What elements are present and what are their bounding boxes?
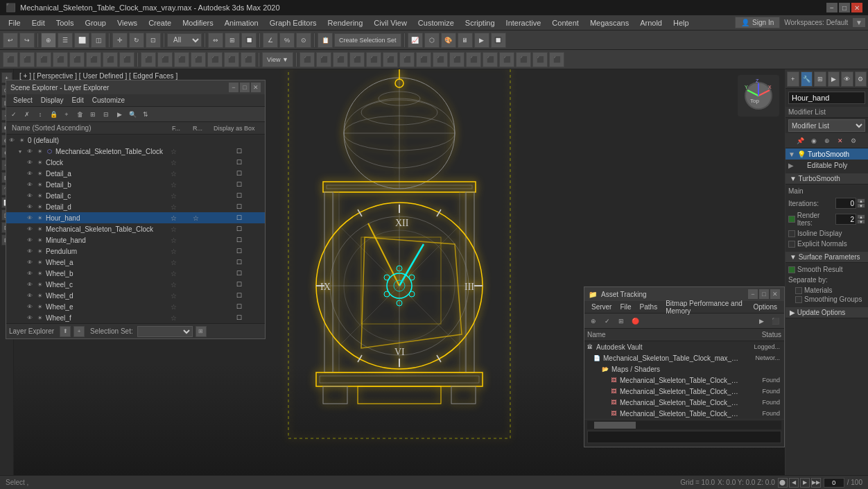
- mirror-button[interactable]: ⇔: [208, 33, 223, 48]
- tb2-btn-17[interactable]: ⬛: [316, 52, 331, 67]
- se-minimize-button[interactable]: −: [229, 83, 238, 92]
- render-iters-checkbox[interactable]: [788, 216, 795, 223]
- material-editor-button[interactable]: 🎨: [441, 33, 456, 48]
- at-tb-btn3[interactable]: ⊞: [615, 315, 627, 327]
- update-options-section[interactable]: ▶ Update Options: [785, 307, 868, 318]
- render-iters-spinner[interactable]: ▲ ▼: [835, 214, 865, 225]
- make-unique-button[interactable]: ⊕: [821, 135, 833, 147]
- redo-button[interactable]: ↪: [19, 33, 35, 48]
- render-iters-input[interactable]: [835, 214, 856, 225]
- configure-button[interactable]: ⚙: [847, 135, 860, 147]
- tb2-btn-1[interactable]: ⬛: [3, 52, 18, 67]
- se-row-mstc-child[interactable]: 👁 ☀ Mechanical_Skeleton_Table_Clock ☆☐: [6, 223, 265, 234]
- tb2-btn-15[interactable]: ⬛: [241, 52, 256, 67]
- tb2-btn-28[interactable]: ⬛: [499, 52, 514, 67]
- tb2-btn-27[interactable]: ⬛: [483, 52, 498, 67]
- tb2-btn-18[interactable]: ⬛: [333, 52, 348, 67]
- percent-snap-button[interactable]: %: [279, 33, 295, 48]
- tb2-btn-8[interactable]: ⬛: [119, 52, 134, 67]
- se-row-detail-a[interactable]: 👁 ☀ Detail_a ☆ ☐: [6, 168, 265, 179]
- se-search-button[interactable]: 🔍: [126, 108, 139, 121]
- menu-civil-view[interactable]: Civil View: [368, 17, 412, 28]
- active-view-button[interactable]: 🔲: [491, 33, 506, 48]
- at-tb-btn5[interactable]: ▶: [755, 315, 767, 327]
- modifier-item-editable-poly[interactable]: ▶ Editable Poly: [785, 160, 868, 171]
- menu-edit[interactable]: Edit: [26, 17, 51, 28]
- tb2-btn-31[interactable]: ⬛: [549, 52, 564, 67]
- se-invert-button[interactable]: ↕: [34, 108, 46, 121]
- se-lock-button[interactable]: 🔒: [47, 108, 60, 121]
- select-move-button[interactable]: ✛: [112, 33, 128, 48]
- at-menu-file[interactable]: File: [616, 302, 635, 311]
- tb2-btn-10[interactable]: ⬛: [157, 52, 173, 67]
- tb2-btn-5[interactable]: ⬛: [69, 52, 85, 67]
- anim-key-button[interactable]: ⬤: [778, 478, 788, 488]
- le-footer-btn3[interactable]: ⊞: [196, 326, 207, 337]
- se-menu-customize[interactable]: Customize: [88, 96, 129, 105]
- le-footer-btn2[interactable]: +: [73, 326, 85, 337]
- tb2-btn-26[interactable]: ⬛: [466, 52, 481, 67]
- menu-file[interactable]: File: [3, 17, 26, 28]
- menu-group[interactable]: Group: [79, 17, 112, 28]
- se-row-wheel-d[interactable]: 👁☀ Wheel_d ☆☐: [6, 290, 265, 301]
- menu-scripting[interactable]: Scripting: [460, 17, 501, 28]
- se-restore-button[interactable]: □: [240, 83, 250, 92]
- tb2-btn-25[interactable]: ⬛: [449, 52, 465, 67]
- se-row-wheel-f[interactable]: 👁☀ Wheel_f ☆☐: [6, 312, 265, 323]
- se-menu-display[interactable]: Display: [37, 96, 68, 105]
- menu-tools[interactable]: Tools: [51, 17, 80, 28]
- turbosmooth-rollout-header[interactable]: ▼ TurboSmooth: [785, 173, 868, 185]
- smoothing-groups-checkbox[interactable]: [795, 296, 802, 303]
- se-row-layer-default[interactable]: 👁 ☀ 0 (default): [6, 135, 265, 146]
- tb2-btn-6[interactable]: ⬛: [86, 52, 101, 67]
- minimize-button[interactable]: −: [826, 3, 837, 12]
- iterations-spinner[interactable]: ▲ ▼: [835, 198, 865, 209]
- at-row-maps[interactable]: 📂 Maps / Shaders: [584, 363, 784, 375]
- create-selection-set-button[interactable]: Create Selection Set: [334, 33, 401, 47]
- display-tab-button[interactable]: 👁: [841, 71, 853, 87]
- menu-graph-editors[interactable]: Graph Editors: [264, 17, 322, 28]
- at-close-button[interactable]: ✕: [770, 289, 780, 299]
- rectangular-select-button[interactable]: ⬜: [74, 33, 89, 48]
- smooth-result-checkbox[interactable]: [788, 266, 795, 273]
- se-delete-button[interactable]: 🗑: [73, 108, 86, 121]
- menu-rendering[interactable]: Rendering: [322, 17, 369, 28]
- se-row-minute-hand[interactable]: 👁 ☀ Minute_hand ☆☐: [6, 234, 265, 246]
- view-dropdown-btn[interactable]: View ▼: [262, 52, 293, 67]
- align-button[interactable]: ⊞: [225, 33, 240, 48]
- select-rotate-button[interactable]: ↻: [129, 33, 144, 48]
- selection-set-dropdown[interactable]: [137, 326, 193, 337]
- se-row-mstc-root[interactable]: ▼ 👁 ☀ ⬡ Mechanical_Skeleton_Table_Clock …: [6, 146, 265, 157]
- menu-modifiers[interactable]: Modifiers: [177, 17, 219, 28]
- se-none-button[interactable]: ✗: [21, 108, 33, 121]
- select-by-name-button[interactable]: ☰: [58, 33, 73, 48]
- menu-create[interactable]: Create: [143, 17, 177, 28]
- render-iters-up-button[interactable]: ▲: [857, 214, 865, 219]
- utilities-tab-button[interactable]: ⚙: [855, 71, 867, 87]
- tb2-btn-3[interactable]: ⬛: [36, 52, 51, 67]
- explicit-normals-checkbox[interactable]: [788, 241, 795, 248]
- filter-dropdown[interactable]: All: [167, 33, 202, 47]
- pin-stack-button[interactable]: 📌: [795, 135, 807, 147]
- create-tab-button[interactable]: +: [787, 71, 799, 87]
- isoline-display-checkbox[interactable]: [788, 230, 795, 237]
- at-menu-options[interactable]: Options: [749, 302, 781, 311]
- motion-tab-button[interactable]: ▶: [828, 71, 840, 87]
- select-object-button[interactable]: ⊕: [41, 33, 56, 48]
- tb2-btn-23[interactable]: ⬛: [416, 52, 431, 67]
- anim-next-button[interactable]: ▶▶: [811, 478, 821, 488]
- menu-help[interactable]: Help: [668, 17, 695, 28]
- at-tb-btn1[interactable]: ⊕: [587, 315, 600, 327]
- menu-customize[interactable]: Customize: [413, 17, 460, 28]
- active-shade-button[interactable]: ◉: [808, 135, 820, 147]
- se-row-wheel-a[interactable]: 👁☀ Wheel_a ☆☐: [6, 257, 265, 268]
- at-horizontal-scrollbar[interactable]: [587, 421, 781, 429]
- tb2-btn-22[interactable]: ⬛: [399, 52, 415, 67]
- remove-modifier-button[interactable]: ✕: [834, 135, 847, 147]
- tb2-btn-12[interactable]: ⬛: [191, 52, 206, 67]
- se-row-wheel-e[interactable]: 👁☀ Wheel_e ☆☐: [6, 301, 265, 312]
- render-button[interactable]: ▶: [474, 33, 489, 48]
- at-menu-server[interactable]: Server: [587, 302, 616, 311]
- surface-params-header[interactable]: ▼ Surface Parameters: [785, 252, 868, 263]
- se-sort-button[interactable]: ⇅: [139, 108, 152, 121]
